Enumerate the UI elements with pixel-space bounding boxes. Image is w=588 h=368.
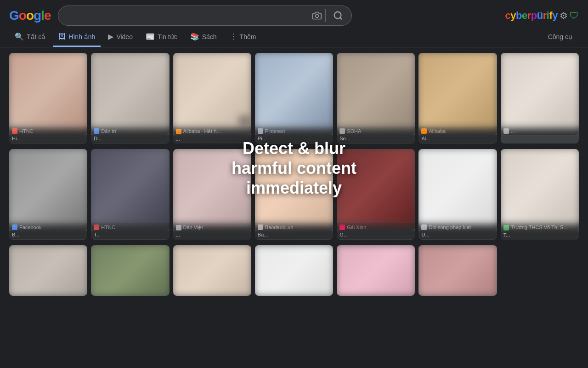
grid-item[interactable] [418, 245, 497, 296]
more-tab-icon: ⋮ [230, 32, 237, 41]
tab-sach[interactable]: 📚 Sách [185, 28, 222, 47]
gear-icon: ⚙ [560, 10, 568, 21]
tab-hinhanh[interactable]: 🖼 Hình ảnh [53, 28, 101, 47]
grid-item[interactable]: Facebook B... [9, 149, 87, 240]
grid-item[interactable]: Dân Việt ... [173, 149, 251, 240]
svg-point-0 [316, 15, 319, 18]
grid-item[interactable]: ✓ Alibaba · Hết h... ... [173, 53, 251, 144]
grid-item[interactable]: Dân trí Di... [91, 53, 169, 144]
grid-item[interactable]: HTNC T... [91, 149, 169, 240]
image-grid-row3 [0, 245, 588, 301]
grid-item[interactable] [173, 245, 251, 296]
source-label: SOHA [347, 128, 361, 134]
source-label: Alibaba [429, 128, 446, 134]
cyberpurify-logo: cyberpürify ⚙ 🛡 [505, 10, 579, 22]
tab-tatca[interactable]: 🔍 Tất cả [9, 28, 51, 47]
grid-caption: Ba... [255, 231, 333, 239]
books-tab-icon: 📚 [190, 32, 199, 41]
source-favicon [258, 128, 263, 134]
grid-caption: B... [9, 231, 87, 239]
source-label: Trường THCS Võ Thị S... [511, 224, 568, 230]
source-favicon [94, 128, 99, 134]
source-label: Dân trí [101, 128, 116, 134]
google-logo: Google [9, 8, 51, 23]
grid-caption: T... [501, 231, 579, 240]
source-favicon [176, 129, 181, 134]
grid-item[interactable]: Trường THCS Võ Thị S... T... [501, 149, 579, 240]
grid-item[interactable]: Gái Xinh G... [337, 149, 415, 240]
tab-video[interactable]: ▶ Video [102, 28, 138, 47]
grid-item[interactable] [9, 245, 87, 296]
header: Google sexy hot girl cyberpürify ⚙ 🛡 [0, 0, 588, 26]
grid-caption: ... [173, 231, 251, 240]
grid-item[interactable]: Alibaba Al... [418, 53, 497, 144]
search-bar: sexy hot girl [58, 6, 352, 26]
source-label: Pinterest [265, 128, 285, 134]
camera-search-button[interactable] [309, 9, 326, 22]
source-favicon [12, 128, 17, 134]
grid-caption: T... [91, 231, 169, 239]
source-favicon [421, 224, 427, 230]
svg-line-2 [340, 17, 342, 19]
grid-caption: So... [337, 135, 415, 143]
grid-caption: Di... [91, 135, 169, 143]
source-label: HTNC [101, 224, 115, 230]
nav-tabs: 🔍 Tất cả 🖼 Hình ảnh ▶ Video 📰 Tin tức 📚 … [0, 28, 588, 47]
images-tab-icon: 🖼 [58, 33, 66, 41]
grid-item[interactable]: Baodautu.vn Ba... [255, 149, 333, 240]
grid-item[interactable]: Doi song phap luat D... [418, 149, 497, 240]
grid-item[interactable]: SOHA So... [337, 53, 415, 144]
source-label: Doi song phap luat [429, 224, 471, 230]
grid-caption: Al... [418, 135, 497, 143]
news-tab-icon: 📰 [146, 32, 155, 41]
source-favicon [503, 128, 509, 134]
source-favicon [176, 225, 181, 230]
grid-caption: Pi... [255, 135, 333, 143]
source-favicon [94, 224, 99, 230]
source-favicon [421, 128, 427, 134]
shield-icon: 🛡 [570, 11, 579, 21]
video-tab-icon: ▶ [108, 32, 113, 41]
image-grid-container: Detect & blur harmful content immediatel… [0, 47, 588, 301]
tab-them[interactable]: ⋮ Thêm [224, 28, 262, 47]
source-label: Gái Xinh [347, 224, 366, 230]
source-label: Alibaba · Hết h... [183, 128, 221, 134]
image-grid-row2: Facebook B... HTNC T... Dân Việt ... [0, 149, 588, 245]
grid-caption: D... [418, 231, 497, 239]
grid-caption: ... [173, 135, 251, 144]
grid-caption: G... [337, 231, 415, 239]
search-button[interactable] [331, 9, 345, 23]
source-favicon [503, 225, 509, 230]
tools-button[interactable]: Công cụ [542, 29, 579, 46]
tab-tintuc[interactable]: 📰 Tin tức [140, 28, 183, 47]
grid-item[interactable]: ... [501, 53, 579, 144]
source-label: Baodautu.vn [265, 224, 294, 230]
search-tab-icon: 🔍 [15, 32, 24, 41]
grid-item[interactable] [91, 245, 169, 296]
source-label: ... [511, 128, 515, 134]
grid-item[interactable]: Pinterest Pi... [255, 53, 333, 144]
nav-tools: Công cụ [542, 29, 579, 46]
grid-item[interactable]: HTNC Hi... [9, 53, 87, 144]
grid-item[interactable] [337, 245, 415, 296]
source-favicon [339, 128, 345, 134]
source-favicon [12, 224, 17, 230]
grid-item[interactable] [255, 245, 333, 296]
svg-point-1 [334, 12, 341, 19]
source-favicon [258, 224, 263, 230]
grid-caption: Hi... [9, 135, 87, 143]
source-label: Facebook [19, 224, 41, 230]
search-input[interactable]: sexy hot girl [65, 12, 305, 20]
source-label: Dân Việt [183, 224, 203, 230]
source-label: HTNC [19, 128, 34, 134]
source-favicon [339, 224, 345, 230]
image-grid-row1: HTNC Hi... Dân trí Di... ✓ Alibaba · Hết… [0, 47, 588, 149]
